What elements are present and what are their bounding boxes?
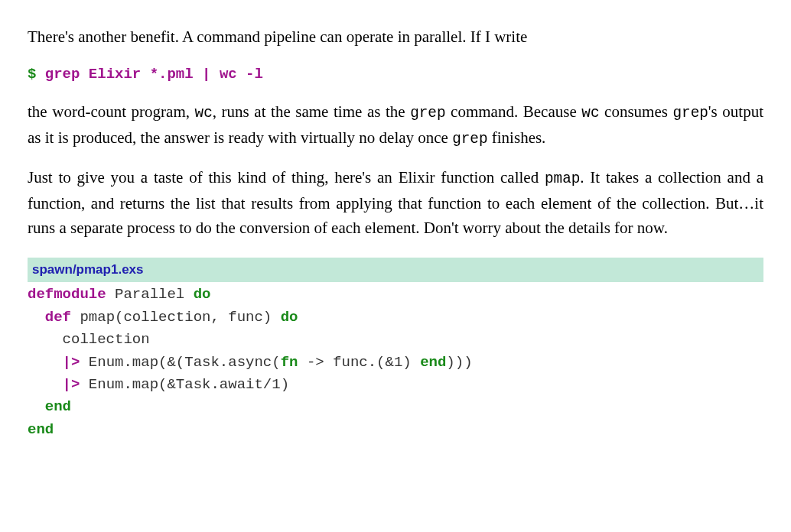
code-line-5: |> Enum.map(&Task.await/1) (28, 374, 763, 396)
keyword-fn: fn (281, 354, 298, 371)
module-name: Parallel (106, 286, 194, 303)
paragraph-2: the word-count program, wc, runs at the … (28, 99, 763, 151)
shell-token-flag: -l (246, 66, 263, 83)
shell-token-pattern: Elixir (89, 66, 141, 83)
shell-token-glob: *.pml (150, 66, 194, 83)
code-text: -> func.(&1) (298, 354, 420, 371)
text: finishes. (488, 128, 546, 147)
code-text: Enum.map(&Task.await/1) (80, 376, 289, 393)
text: , runs at the same time as the (213, 102, 410, 121)
text: the word-count program, (28, 102, 195, 121)
code-line-6: end (28, 396, 763, 418)
inline-code-pmap: pmap (545, 170, 580, 187)
code-line-2: def pmap(collection, func) do (28, 307, 763, 329)
inline-code-wc: wc (195, 105, 213, 122)
shell-token-pipe: | (202, 66, 210, 83)
paragraph-1: There's another benefit. A command pipel… (28, 24, 763, 50)
indent (28, 354, 63, 371)
text: consumes (599, 102, 672, 121)
keyword-do: do (281, 309, 298, 326)
shell-token-wc: wc (220, 66, 237, 83)
shell-command-line: $ grep Elixir *.pml | wc -l (28, 63, 763, 86)
indent (28, 376, 63, 393)
keyword-end: end (28, 421, 54, 438)
keyword-do: do (194, 286, 211, 303)
code-text: ))) (446, 354, 472, 371)
code-text: Enum.map(&(Task.async( (80, 354, 280, 371)
inline-code-grep: grep (452, 131, 487, 148)
function-signature: pmap(collection, func) (71, 309, 281, 326)
keyword-def: def (45, 309, 71, 326)
indent (28, 309, 45, 326)
code-line-7: end (28, 419, 763, 441)
inline-code-wc: wc (581, 105, 599, 122)
text: Just to give you a taste of this kind of… (28, 168, 545, 187)
inline-code-grep: grep (410, 105, 445, 122)
text: command. Because (446, 102, 582, 121)
code-line-3: collection (28, 329, 763, 351)
paragraph-3: Just to give you a taste of this kind of… (28, 165, 763, 241)
indent (28, 398, 45, 415)
keyword-end: end (420, 354, 446, 371)
inline-code-grep: grep (672, 105, 708, 122)
keyword-end: end (45, 398, 71, 415)
shell-prompt: $ (28, 66, 36, 83)
code-file-header[interactable]: spawn/pmap1.exs (28, 258, 763, 282)
code-block: defmodule Parallel do def pmap(collectio… (28, 284, 763, 441)
code-line-4: |> Enum.map(&(Task.async(fn -> func.(&1)… (28, 352, 763, 374)
shell-token-grep: grep (45, 66, 80, 83)
pipe-operator: |> (63, 354, 80, 371)
code-line-1: defmodule Parallel do (28, 284, 763, 306)
keyword-defmodule: defmodule (28, 286, 106, 303)
pipe-operator: |> (63, 376, 80, 393)
code-text: collection (28, 331, 150, 348)
